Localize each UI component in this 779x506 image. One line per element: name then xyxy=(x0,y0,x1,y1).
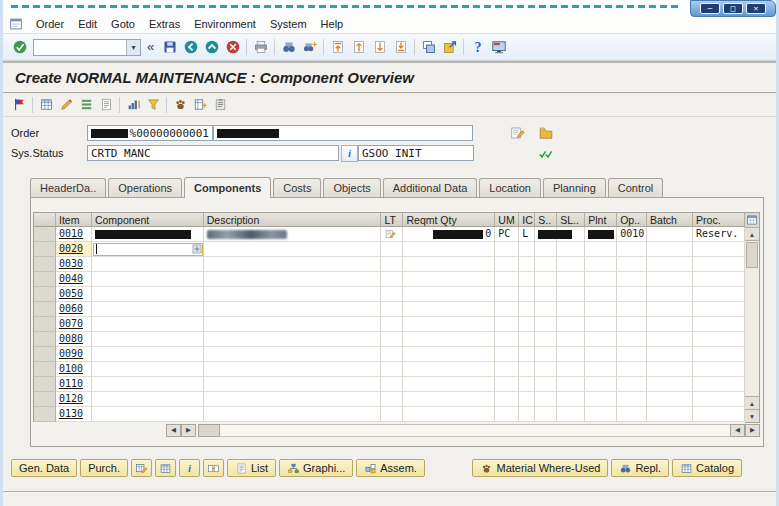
cell-qty[interactable] xyxy=(403,317,495,332)
page-down-icon[interactable] xyxy=(369,37,390,58)
list-rows-icon[interactable] xyxy=(76,95,96,115)
cell-item[interactable]: 0020 xyxy=(56,242,92,257)
cell-item[interactable]: 0050 xyxy=(56,287,92,302)
cell-qty[interactable] xyxy=(403,407,495,422)
row-select-button[interactable] xyxy=(34,227,56,242)
cell-component[interactable] xyxy=(92,242,204,257)
cell-qty[interactable] xyxy=(403,332,495,347)
cell-op[interactable] xyxy=(617,377,647,392)
command-dropdown-icon[interactable]: ▾ xyxy=(126,40,140,55)
tab-planning[interactable]: Planning xyxy=(543,178,606,197)
cell-ic[interactable] xyxy=(519,392,535,407)
column-header-item[interactable]: Item xyxy=(56,213,92,227)
cell-sl[interactable] xyxy=(557,317,585,332)
cell-sl[interactable] xyxy=(557,287,585,302)
cell-s[interactable] xyxy=(535,332,557,347)
row-select-button[interactable] xyxy=(34,362,56,377)
tab-components[interactable]: Components xyxy=(184,177,271,198)
table-arrows-icon-button[interactable] xyxy=(203,459,224,477)
cell-proc[interactable] xyxy=(693,257,745,272)
order-description-field[interactable] xyxy=(213,125,473,141)
info-icon-button[interactable]: i xyxy=(179,459,200,477)
documents-folder-icon[interactable] xyxy=(536,124,555,142)
cell-op[interactable] xyxy=(617,407,647,422)
cell-qty[interactable] xyxy=(403,347,495,362)
command-field[interactable]: ▾ xyxy=(33,39,141,56)
cell-lt[interactable] xyxy=(381,272,403,287)
cell-plnt[interactable] xyxy=(585,317,617,332)
order-number-field[interactable]: %00000000001 xyxy=(87,125,213,141)
cell-op[interactable] xyxy=(617,362,647,377)
matchcode-icon[interactable] xyxy=(192,244,202,256)
cell-um[interactable] xyxy=(495,242,519,257)
cell-s[interactable] xyxy=(535,302,557,317)
cell-sl[interactable] xyxy=(557,377,585,392)
paw-icon[interactable] xyxy=(170,95,190,115)
tab-control[interactable]: Control xyxy=(608,178,663,197)
tab-location[interactable]: Location xyxy=(479,178,541,197)
tab-additional-data[interactable]: Additional Data xyxy=(383,178,478,197)
cell-description[interactable] xyxy=(204,407,382,422)
column-header-qty[interactable]: Reqmt Qty xyxy=(403,213,495,227)
last-page-icon[interactable] xyxy=(390,37,411,58)
help-icon[interactable]: ? xyxy=(467,37,488,58)
cell-um[interactable] xyxy=(495,302,519,317)
cell-component[interactable] xyxy=(92,317,204,332)
status-detail-icon[interactable] xyxy=(536,144,555,162)
cell-plnt[interactable] xyxy=(585,227,617,242)
cell-batch[interactable] xyxy=(647,347,693,362)
gen-data-button[interactable]: Gen. Data xyxy=(11,459,77,477)
column-header-op[interactable]: Op.. xyxy=(617,213,647,227)
scroll-right-end-icon[interactable]: ▶ xyxy=(745,424,760,437)
cell-proc[interactable] xyxy=(693,407,745,422)
cell-component[interactable] xyxy=(92,377,204,392)
cell-s[interactable] xyxy=(535,317,557,332)
find-next-icon[interactable] xyxy=(299,37,320,58)
cell-batch[interactable] xyxy=(647,317,693,332)
cell-item[interactable]: 0120 xyxy=(56,392,92,407)
row-select-button[interactable] xyxy=(34,317,56,332)
row-select-button[interactable] xyxy=(34,242,56,257)
cell-proc[interactable]: Reserv. xyxy=(693,227,745,242)
cell-op[interactable] xyxy=(617,242,647,257)
cell-ic[interactable] xyxy=(519,287,535,302)
cell-ic[interactable] xyxy=(519,272,535,287)
collapse-toolbar-icon[interactable]: « xyxy=(144,39,159,56)
cell-sl[interactable] xyxy=(557,407,585,422)
menu-help[interactable]: Help xyxy=(314,16,351,32)
cell-proc[interactable] xyxy=(693,302,745,317)
cell-lt[interactable] xyxy=(381,377,403,392)
cell-sl[interactable] xyxy=(557,257,585,272)
cell-batch[interactable] xyxy=(647,257,693,272)
cell-description[interactable] xyxy=(204,377,382,392)
row-select-button[interactable] xyxy=(34,377,56,392)
cell-ic[interactable] xyxy=(519,377,535,392)
cell-component[interactable] xyxy=(92,407,204,422)
cell-s[interactable] xyxy=(535,377,557,392)
assem-button[interactable]: Assem. xyxy=(356,459,425,477)
cell-item[interactable]: 0090 xyxy=(56,347,92,362)
cell-component[interactable] xyxy=(92,257,204,272)
cell-lt[interactable] xyxy=(381,257,403,272)
cell-component[interactable] xyxy=(92,272,204,287)
cell-batch[interactable] xyxy=(647,227,693,242)
cell-proc[interactable] xyxy=(693,272,745,287)
cell-ic[interactable] xyxy=(519,317,535,332)
vertical-scrollbar[interactable]: ▲ ▲ ▼ xyxy=(745,212,760,423)
cell-op[interactable] xyxy=(617,392,647,407)
first-page-icon[interactable] xyxy=(327,37,348,58)
horizontal-scrollbar[interactable]: ◀ ▶ ◀ ▶ xyxy=(33,423,760,437)
cell-qty[interactable]: 0 xyxy=(403,227,495,242)
cell-batch[interactable] xyxy=(647,332,693,347)
new-session-icon[interactable] xyxy=(418,37,439,58)
cell-um[interactable] xyxy=(495,362,519,377)
cell-s[interactable] xyxy=(535,362,557,377)
hscroll-thumb[interactable] xyxy=(198,424,220,437)
menu-edit[interactable]: Edit xyxy=(71,16,104,32)
system-status-field[interactable]: CRTD MANC xyxy=(87,145,339,161)
page-up-icon[interactable] xyxy=(348,37,369,58)
column-header-lt[interactable]: LT xyxy=(381,213,403,227)
row-select-button[interactable] xyxy=(34,392,56,407)
close-button[interactable]: ✕ xyxy=(746,3,766,14)
row-select-button[interactable] xyxy=(34,347,56,362)
